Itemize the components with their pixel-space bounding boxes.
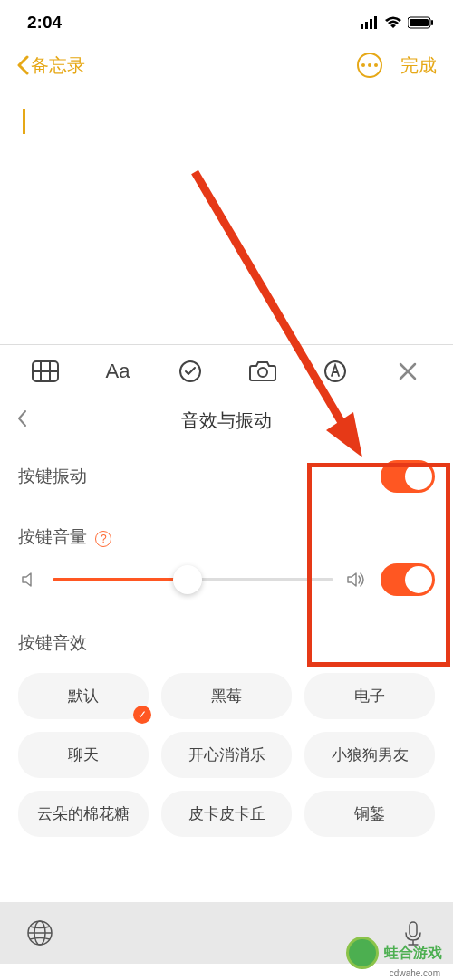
chevron-left-icon — [16, 55, 29, 75]
battery-icon — [408, 16, 435, 29]
nav-bar: 备忘录 完成 — [0, 40, 453, 91]
sound-chip[interactable]: 铜錾 — [304, 791, 435, 837]
svg-rect-5 — [410, 19, 429, 26]
sound-chip[interactable]: 默认 — [18, 673, 149, 719]
wifi-icon — [384, 16, 402, 29]
panel-header: 音效与振动 — [0, 398, 453, 444]
vibration-row: 按键振动 — [0, 444, 453, 509]
signal-icon — [361, 16, 379, 29]
volume-low-icon — [18, 571, 40, 589]
svg-rect-6 — [431, 20, 433, 25]
sound-chip[interactable]: 开心消消乐 — [161, 732, 292, 778]
sound-chip[interactable]: 黑莓 — [161, 673, 292, 719]
volume-toggle[interactable] — [381, 563, 435, 596]
chevron-left-icon — [16, 409, 27, 428]
back-button[interactable]: 备忘录 — [16, 53, 85, 78]
note-content-area[interactable] — [0, 91, 453, 344]
table-icon[interactable] — [32, 358, 59, 385]
back-label: 备忘录 — [31, 53, 85, 78]
vibration-label: 按键振动 — [18, 465, 87, 488]
watermark-url: cdwahe.com — [390, 968, 440, 978]
panel-back-button[interactable] — [16, 409, 27, 432]
camera-icon[interactable] — [249, 358, 276, 385]
volume-row: 按键音量 ? — [0, 509, 453, 554]
volume-label: 按键音量 ? — [18, 525, 111, 549]
format-toolbar: Aa — [0, 344, 453, 398]
vibration-toggle[interactable] — [381, 460, 435, 493]
svg-rect-1 — [365, 22, 368, 29]
markup-icon[interactable] — [322, 358, 349, 385]
slider-thumb[interactable] — [173, 565, 202, 594]
close-icon[interactable] — [394, 358, 421, 385]
svg-rect-2 — [370, 19, 372, 29]
sound-chip[interactable]: 电子 — [304, 673, 435, 719]
volume-high-icon — [346, 571, 368, 589]
sound-chip[interactable]: 云朵的棉花糖 — [18, 791, 149, 837]
help-icon[interactable]: ? — [95, 531, 111, 547]
checklist-icon[interactable] — [177, 358, 204, 385]
sound-chips-grid: 默认 黑莓 电子 聊天 开心消消乐 小狼狗男友 云朵的棉花糖 皮卡皮卡丘 铜錾 — [0, 664, 453, 846]
text-format-icon[interactable]: Aa — [104, 358, 131, 385]
done-button[interactable]: 完成 — [400, 53, 437, 78]
watermark-logo-icon — [346, 937, 379, 969]
watermark-text: 蛙合游戏 — [384, 944, 442, 963]
status-icons — [361, 16, 435, 29]
panel-title: 音效与振动 — [16, 408, 437, 433]
sound-chip[interactable]: 小狼狗男友 — [304, 732, 435, 778]
svg-rect-0 — [361, 24, 363, 29]
more-icon[interactable] — [357, 53, 382, 78]
sound-effect-title: 按键音效 — [0, 619, 453, 664]
volume-slider-row — [0, 554, 453, 619]
volume-slider[interactable] — [53, 578, 333, 581]
svg-point-12 — [258, 368, 267, 377]
status-time: 2:04 — [27, 13, 62, 33]
globe-icon[interactable] — [25, 918, 54, 947]
text-cursor — [23, 109, 25, 134]
sound-chip[interactable]: 皮卡皮卡丘 — [161, 791, 292, 837]
watermark: 蛙合游戏 — [346, 937, 442, 969]
svg-rect-3 — [374, 16, 377, 29]
svg-rect-17 — [410, 922, 417, 937]
sound-chip[interactable]: 聊天 — [18, 732, 149, 778]
